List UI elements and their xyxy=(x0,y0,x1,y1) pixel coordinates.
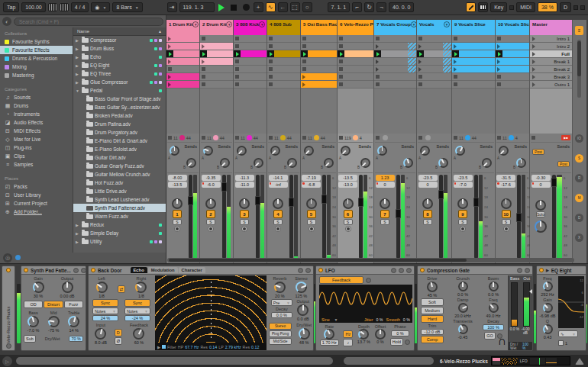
send-b-knob[interactable] xyxy=(438,158,448,168)
track-header[interactable]: 9 Vocals Slice xyxy=(452,20,495,35)
file-list-item[interactable]: ▶Redux xyxy=(73,221,166,229)
send-a-knob[interactable] xyxy=(270,146,280,156)
volume-fader[interactable] xyxy=(289,175,293,259)
pan-knob[interactable] xyxy=(422,198,433,209)
device-on-icon[interactable] xyxy=(420,268,425,272)
solo-button[interactable]: S xyxy=(380,219,389,225)
phase-value[interactable]: 0 % xyxy=(391,330,409,336)
volume-fader[interactable] xyxy=(256,175,260,259)
clip-stop-slot[interactable] xyxy=(267,81,300,89)
volume-value-box[interactable]: -14.1 xyxy=(269,175,288,181)
mixer-section-toggle-x[interactable]: X xyxy=(575,233,583,242)
go-button[interactable]: GO xyxy=(484,332,496,340)
depth-knob[interactable] xyxy=(358,329,369,340)
clip-slot[interactable] xyxy=(374,50,416,58)
channel-mode-mid-side[interactable]: Mid/Side xyxy=(269,338,292,345)
lfo-wave-display[interactable]: Sine▼Jitter0 %Smooth0 % xyxy=(319,285,412,323)
back-to-arrangement-button[interactable]: ▶■ xyxy=(561,135,570,140)
fader-handle[interactable] xyxy=(438,190,444,199)
trim-value[interactable]: -12.0 dB xyxy=(421,329,444,335)
clip-stop-slot[interactable] xyxy=(234,81,267,89)
offset-right-value[interactable]: -24 % xyxy=(124,315,150,321)
expand-arrow-icon[interactable]: ▶ xyxy=(76,80,80,85)
hot-swap-icon[interactable] xyxy=(6,343,11,349)
pan-knob[interactable] xyxy=(239,198,250,209)
clip-stop-slot[interactable] xyxy=(267,66,300,73)
track-activator-button[interactable]: 2 xyxy=(206,210,215,218)
scene-launch-slot[interactable]: Intro 2 xyxy=(530,43,572,50)
send-a-knob[interactable] xyxy=(341,146,351,156)
arm-button[interactable] xyxy=(460,226,466,232)
pan-value-box[interactable]: -11.0 xyxy=(235,182,254,188)
file-list-item[interactable]: Drum Purgatory.adv xyxy=(73,128,166,137)
pan-value-box[interactable]: -13.5 xyxy=(168,182,187,188)
echo-output-knob[interactable] xyxy=(297,304,309,316)
sidebar-item-place-1[interactable]: ⊡User Library xyxy=(0,191,73,199)
bass-amount-meter[interactable] xyxy=(511,282,518,327)
sidebar-item-category-8[interactable]: ≡Samples xyxy=(0,160,73,169)
expand-arrow-icon[interactable]: ▶ xyxy=(76,231,80,236)
dry-wet-value[interactable]: 100 % xyxy=(522,343,531,350)
volume-fader[interactable] xyxy=(189,175,192,259)
drift-button[interactable]: D xyxy=(115,329,122,336)
sidebar-item-place-0[interactable]: ◰Packs xyxy=(0,182,73,191)
unmap-icon[interactable] xyxy=(366,278,371,283)
clip-stop-slot[interactable] xyxy=(301,35,337,43)
file-list-item[interactable]: ▶Echo xyxy=(73,53,166,61)
arm-button[interactable] xyxy=(174,226,180,232)
sync-button[interactable]: Sync xyxy=(92,299,118,307)
clip-slot[interactable] xyxy=(496,66,529,73)
pan-value-box[interactable]: -inf xyxy=(269,182,288,188)
mode-button-fuzz[interactable]: Fuzz xyxy=(64,301,83,308)
clip-stop-slot[interactable] xyxy=(267,35,300,43)
track-header[interactable]: 6 Velo-Rezzo P xyxy=(338,20,373,35)
arm-button[interactable] xyxy=(345,226,351,232)
hz-mode-button[interactable]: Hz xyxy=(343,330,353,338)
arm-button[interactable] xyxy=(309,226,315,232)
drive-mode-soft[interactable]: Soft xyxy=(421,298,444,306)
send-a-knob[interactable] xyxy=(170,146,179,156)
boom-knob[interactable] xyxy=(489,282,499,291)
clip-slot[interactable] xyxy=(200,43,233,50)
solo-button[interactable]: S xyxy=(344,219,353,225)
expand-device-icon[interactable]: ▶ xyxy=(546,268,549,272)
expand-arrow-icon[interactable]: ▶ xyxy=(76,38,80,43)
send-b-knob[interactable] xyxy=(324,158,334,168)
treble-knob[interactable] xyxy=(68,316,79,327)
scene-launch-slot[interactable]: Full xyxy=(530,50,572,58)
device-title-bar[interactable]: Compression Gate xyxy=(418,266,532,275)
file-list-item[interactable]: ▶Utility xyxy=(73,237,166,246)
scene-launch-slot[interactable]: Break 1 xyxy=(530,58,572,66)
clip-stop-slot[interactable] xyxy=(338,58,373,66)
volume-value-box[interactable]: -11.3 xyxy=(235,175,254,181)
track-stop-button[interactable] xyxy=(497,136,501,140)
playing-clip-button[interactable] xyxy=(301,50,308,57)
device-title-bar[interactable]: Synth Pad Fatte... xyxy=(21,266,86,275)
reverb-knob[interactable] xyxy=(274,282,286,293)
sidebar-item-category-5[interactable]: ◇Max for Live xyxy=(0,135,73,143)
file-list-item[interactable]: Hot Fuzz.adv xyxy=(73,179,166,187)
pan-value-box[interactable]: -6.8 xyxy=(302,182,321,188)
key-map-button[interactable]: Key xyxy=(490,2,507,12)
offset-left-value[interactable]: 24 % xyxy=(92,315,118,321)
master-pan-box[interactable]: 0 xyxy=(531,182,551,188)
mixer-section-toggle-d[interactable]: D xyxy=(575,214,583,222)
track-activator-button[interactable]: 5 xyxy=(307,210,316,218)
clip-stop-slot[interactable] xyxy=(417,81,451,89)
volume-value-box[interactable]: -13.5 xyxy=(338,175,357,181)
notification-bell-icon[interactable] xyxy=(575,358,584,365)
drive-knob[interactable] xyxy=(427,282,438,292)
clip-slot[interactable] xyxy=(496,58,529,66)
quantize-menu[interactable]: 8 Bars▼ xyxy=(112,2,142,12)
volume-value-box[interactable]: -8.00 xyxy=(168,175,187,181)
mixer-section-toggle-s[interactable]: S xyxy=(575,154,583,163)
solo-button[interactable]: S xyxy=(206,219,215,225)
disk-overload-indicator[interactable]: D xyxy=(560,2,571,12)
master-volume-fader[interactable] xyxy=(552,175,556,259)
clip-stop-slot[interactable] xyxy=(496,81,529,89)
re-enable-automation-button[interactable]: ← xyxy=(278,2,288,12)
pan-knob[interactable] xyxy=(501,198,512,209)
channel-mode-ping-pong[interactable]: Ping Pong xyxy=(269,330,292,337)
sidebar-item-collection-0[interactable]: Favourite Synths xyxy=(0,37,73,46)
arrangement-record-button[interactable] xyxy=(241,2,251,12)
